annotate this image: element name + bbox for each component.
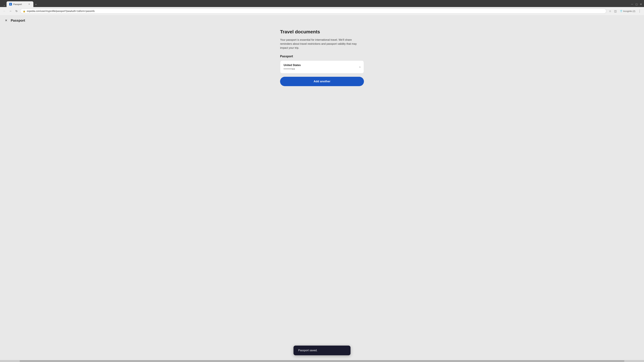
- reload-button[interactable]: ↻: [14, 9, 19, 13]
- bookmark-button[interactable]: ☆: [608, 9, 612, 13]
- toolbar-actions: ☆ ◫ 👕 Incognito (2) ⋮: [608, 9, 642, 13]
- scrollbar-area[interactable]: [0, 360, 644, 362]
- tab-title: Passport: [13, 3, 26, 5]
- page-content: ✕ Passport Travel documents Your passpor…: [0, 15, 644, 362]
- incognito-button[interactable]: 👕 Incognito (2): [618, 9, 636, 13]
- section-heading: Travel documents: [280, 29, 364, 34]
- address-security-icon: 🔒: [23, 10, 26, 12]
- incognito-icon: 👕: [620, 10, 622, 12]
- browser-toolbar: ← → ↻ 🔒 ☆ ◫ 👕 Incognito (2) ⋮: [0, 7, 644, 15]
- browser-menu-button[interactable]: ⋮: [637, 9, 642, 13]
- passport-info: United States ••••••••ee: [284, 64, 301, 70]
- tab-area: ⌄ E Passport ✕ +: [2, 1, 630, 7]
- address-bar[interactable]: 🔒: [20, 8, 606, 14]
- address-input[interactable]: [27, 10, 604, 12]
- split-screen-button[interactable]: ◫: [613, 9, 618, 13]
- passport-subsection-heading: Passport: [280, 55, 364, 58]
- forward-button[interactable]: →: [8, 9, 13, 13]
- tab-favicon: E: [9, 3, 12, 5]
- new-tab-button[interactable]: +: [33, 2, 38, 7]
- toast-message: Passport saved.: [298, 349, 318, 352]
- back-button[interactable]: ←: [2, 9, 7, 13]
- add-another-button[interactable]: Add another: [280, 77, 364, 86]
- tab-close-button[interactable]: ✕: [28, 3, 31, 6]
- browser-chrome: ⌄ E Passport ✕ + ─ ◻ ✕ ← → ↻ 🔒 ☆ ◫: [0, 0, 644, 15]
- tab-dropdown-button[interactable]: ⌄: [2, 3, 6, 7]
- incognito-label: Incognito (2): [623, 10, 635, 12]
- chevron-right-icon: ›: [360, 65, 360, 69]
- active-tab[interactable]: E Passport ✕: [6, 1, 33, 7]
- window-controls: ─ ◻ ✕: [631, 3, 642, 5]
- browser-title-bar: ⌄ E Passport ✕ + ─ ◻ ✕: [0, 0, 644, 7]
- section-description: Your passport is essential for internati…: [280, 38, 364, 50]
- passport-entry-card[interactable]: United States ••••••••ee ›: [280, 60, 364, 73]
- close-page-button[interactable]: ✕: [3, 18, 9, 23]
- passport-number: ••••••••ee: [284, 67, 301, 70]
- toast-notification: Passport saved.: [294, 346, 350, 355]
- page-header: ✕ Passport: [0, 15, 644, 26]
- scrollbar-thumb[interactable]: [20, 360, 624, 362]
- close-window-button[interactable]: ✕: [640, 3, 642, 5]
- page-title: Passport: [11, 18, 25, 22]
- restore-button[interactable]: ◻: [635, 3, 638, 5]
- main-section: Travel documents Your passport is essent…: [277, 29, 367, 91]
- minimize-button[interactable]: ─: [631, 3, 633, 5]
- passport-country: United States: [284, 64, 301, 67]
